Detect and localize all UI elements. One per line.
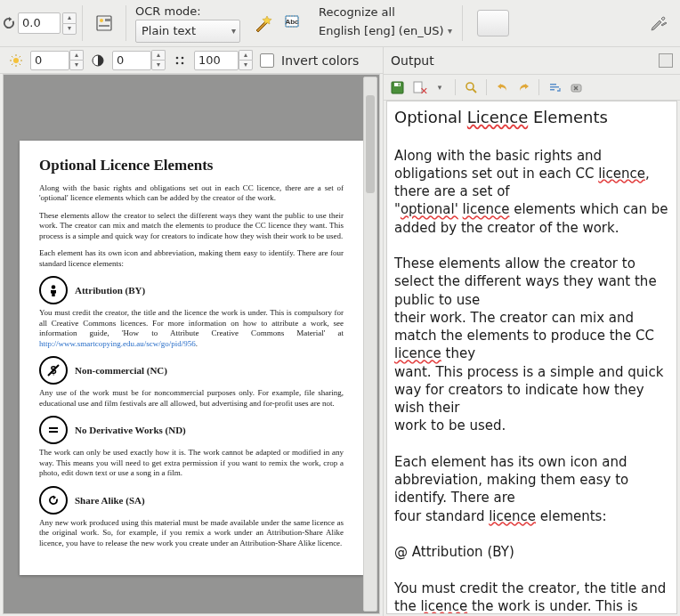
svg-rect-35 <box>550 86 559 88</box>
viewer-scrollbar[interactable] <box>363 77 377 612</box>
svg-rect-30 <box>398 83 400 85</box>
resolution-spinner[interactable]: 100 ▴▾ <box>194 50 253 70</box>
wand-button[interactable] <box>247 7 279 39</box>
rotation-spinner[interactable]: 0.0 ▴▾ <box>2 12 77 35</box>
main-toolbar: 0.0 ▴▾ OCR mode: Plain text Abc Recogniz… <box>0 0 680 47</box>
nd-icon <box>39 416 68 444</box>
output-text-area[interactable]: Optional Licence Elements Along with the… <box>386 101 677 614</box>
preferences-button[interactable] <box>643 7 675 39</box>
output-header: Output <box>391 53 434 68</box>
save-output-button[interactable] <box>389 79 405 95</box>
brightness-spinner[interactable]: 0 ▴▾ <box>30 50 84 70</box>
rotate-icon <box>2 16 16 30</box>
doc-para: Any new work produced using this materia… <box>39 518 344 549</box>
ocr-mode-combo[interactable]: Plain text <box>135 20 240 43</box>
svg-rect-34 <box>550 84 556 85</box>
clear-output-button[interactable] <box>568 79 584 95</box>
contrast-spinner[interactable]: 0 ▴▾ <box>112 50 166 70</box>
discard-output-button[interactable]: ✕ <box>410 79 426 95</box>
source-image-pane: Optional Licence Elements Along with the… <box>0 74 383 616</box>
output-menu-arrow[interactable]: ▾ <box>432 79 448 95</box>
scanned-page: Optional Licence Elements Along with the… <box>20 141 363 575</box>
element-nd: No Derivative Works (ND) <box>39 416 344 444</box>
svg-point-23 <box>52 285 56 289</box>
svg-rect-3 <box>99 25 109 27</box>
svg-rect-2 <box>105 19 110 21</box>
find-replace-button[interactable] <box>463 79 479 95</box>
svg-rect-36 <box>550 89 555 91</box>
svg-text:Abc: Abc <box>285 18 299 26</box>
invert-colors-label: Invert colors <box>281 53 359 68</box>
invert-colors-checkbox[interactable] <box>260 53 274 68</box>
svg-point-9 <box>13 58 19 63</box>
image-viewport[interactable]: Optional Licence Elements Along with the… <box>3 74 380 614</box>
undo-button[interactable] <box>494 79 510 95</box>
svg-point-32 <box>466 83 474 90</box>
ocr-mode-label: OCR mode: <box>135 4 240 20</box>
rotation-value[interactable]: 0.0 <box>18 12 61 34</box>
rotation-stepper[interactable]: ▴▾ <box>62 12 77 35</box>
recognize-all-label: Recognize all <box>319 4 457 20</box>
svg-point-22 <box>182 61 184 64</box>
output-toolbar: ✕ ▾ <box>384 75 680 101</box>
by-icon <box>39 276 68 304</box>
element-by: Attribution (BY) <box>39 276 344 304</box>
detach-pane-button[interactable] <box>659 53 673 68</box>
doc-para: Each element has its own icon and abbrev… <box>39 248 344 269</box>
svg-line-14 <box>12 56 12 57</box>
svg-point-21 <box>176 61 179 64</box>
strip-linebreaks-button[interactable] <box>546 79 563 95</box>
nc-icon: $ <box>39 356 68 385</box>
element-sa: Share Alike (SA) <box>39 486 344 515</box>
resolution-icon <box>173 53 187 68</box>
svg-line-17 <box>20 56 20 57</box>
doc-link: http://www.smartcopying.edu.au/scw/go/pi… <box>39 339 196 348</box>
doc-para: The work can only be used exactly how it… <box>39 448 344 479</box>
page-layout-button[interactable] <box>88 7 120 39</box>
doc-title: Optional Licence Elements <box>39 157 344 174</box>
doc-para: You must credit the creator, the title a… <box>39 308 344 349</box>
element-nc: $ Non-commercial (NC) <box>39 356 344 385</box>
contrast-icon <box>91 53 105 68</box>
svg-rect-27 <box>49 431 58 433</box>
svg-line-16 <box>12 63 12 64</box>
svg-rect-0 <box>97 16 111 30</box>
output-pane: Output ✕ ▾ <box>383 47 680 616</box>
blank-action-button[interactable] <box>477 10 509 36</box>
recognize-region-button[interactable]: Abc <box>279 7 306 39</box>
sa-icon <box>39 486 68 515</box>
svg-line-15 <box>20 63 20 64</box>
image-adjust-toolbar: 0 ▴▾ 0 ▴▾ 100 ▴▾ Invert colors <box>0 47 383 74</box>
svg-point-19 <box>176 56 179 59</box>
brightness-icon <box>9 53 23 68</box>
svg-line-33 <box>473 89 476 93</box>
svg-rect-26 <box>49 427 58 429</box>
redo-button[interactable] <box>515 79 531 95</box>
doc-para: Along with the basic rights and obligati… <box>39 183 344 204</box>
doc-para: Any use of the work must be for noncomme… <box>39 388 344 409</box>
doc-para: These elements allow the creator to sele… <box>39 211 344 242</box>
svg-point-1 <box>100 19 103 22</box>
language-combo-arrow[interactable]: ▾ <box>444 20 457 42</box>
svg-point-20 <box>182 56 184 59</box>
language-combo[interactable]: English [eng] (en_US) <box>319 24 444 37</box>
